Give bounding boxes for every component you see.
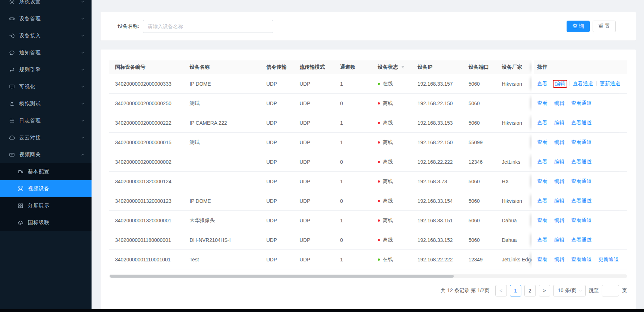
pagination-page-1[interactable]: 1 — [510, 285, 521, 296]
column-label: 国标设备编号 — [115, 64, 145, 70]
sidebar-item-log-management[interactable]: 日志管理 — [0, 112, 92, 129]
sidebar-item-cloud-connect[interactable]: 云云对接 — [0, 129, 92, 146]
sidebar-item-basic-config[interactable]: 基本配置 — [0, 163, 92, 180]
pagination-next-button[interactable]: > — [539, 285, 550, 296]
cell-device-vendor: HX — [496, 172, 531, 191]
action-view-channels[interactable]: 查看通道 — [571, 120, 592, 126]
sidebar-item-device-access[interactable]: 设备接入 — [0, 27, 92, 44]
action-view-channels[interactable]: 查看通道 — [571, 256, 592, 263]
action-view-channels[interactable]: 查看通道 — [571, 100, 592, 107]
cell-device-name: 大华摄像头 — [184, 211, 260, 230]
action-edit[interactable]: 编辑 — [554, 100, 564, 107]
cell-operations: 查看编辑查看通道 — [531, 172, 627, 191]
cell-device-ip: 192.168.22.222 — [412, 152, 463, 171]
action-separator — [551, 140, 551, 145]
status-dot-offline — [378, 219, 380, 222]
action-update-channels[interactable]: 更新通道 — [600, 81, 620, 87]
sidebar-item-label: 规则引擎 — [19, 67, 81, 73]
status-text: 在线 — [383, 256, 393, 263]
action-view-channels[interactable]: 查看通道 — [571, 178, 592, 185]
action-view-channels[interactable]: 查看通道 — [571, 139, 592, 146]
status-dot-offline — [378, 200, 380, 202]
status-dot-offline — [378, 180, 380, 183]
action-edit[interactable]: 编辑 — [554, 159, 564, 165]
cell-device-status: 离线 — [372, 211, 412, 230]
query-button[interactable]: 查 询 — [567, 21, 590, 32]
sidebar-item-gb-cascade[interactable]: 国标级联 — [0, 214, 92, 231]
action-view-channels[interactable]: 查看通道 — [571, 198, 592, 204]
status-dot-offline — [378, 141, 380, 144]
status-dot-offline — [378, 102, 380, 104]
action-view[interactable]: 查看 — [537, 81, 547, 87]
action-view[interactable]: 查看 — [537, 159, 547, 165]
cell-device-name: DH-NVR2104HS-I — [184, 230, 260, 249]
chevron-down-icon — [81, 34, 85, 38]
sidebar-item-rule-engine[interactable]: 规则引擎 — [0, 61, 92, 78]
action-view-channels[interactable]: 查看通道 — [571, 237, 592, 243]
sidebar-item-video-gateway[interactable]: 视频网关 — [0, 146, 92, 163]
action-view[interactable]: 查看 — [537, 237, 547, 243]
main-content: 设备名称: 查 询 重 置 国标设备编号设备名称信令传输流传输模式通道数设备状态… — [92, 0, 644, 309]
action-view[interactable]: 查看 — [537, 178, 547, 185]
action-view[interactable]: 查看 — [537, 256, 547, 263]
cell-operations: 查看编辑查看通道 — [531, 191, 627, 210]
action-view[interactable]: 查看 — [537, 120, 547, 126]
action-view-channels[interactable]: 查看通道 — [571, 217, 592, 224]
action-view[interactable]: 查看 — [537, 100, 547, 107]
table-row: 34020000002000000222IP CAMERA 222UDPUDP1… — [109, 113, 627, 133]
table-row: 34020000001320000124UDPUDP1离线192.168.3.7… — [109, 172, 627, 191]
reset-button[interactable]: 重 置 — [593, 21, 616, 32]
sidebar-item-device-management[interactable]: 设备管理 — [0, 10, 92, 27]
action-edit[interactable]: 编辑 — [554, 198, 564, 204]
action-edit[interactable]: 编辑 — [554, 178, 564, 185]
sidebar-item-visualization[interactable]: 可视化 — [0, 78, 92, 95]
cell-device-vendor: JetLinks — [496, 152, 531, 171]
device-name-input[interactable] — [143, 20, 273, 33]
filter-icon[interactable] — [401, 65, 405, 70]
cell-signal-transport: UDP — [260, 133, 294, 152]
action-view-channels[interactable]: 查看通道 — [573, 81, 593, 87]
cell-device-port: 5060 — [463, 113, 496, 132]
action-edit[interactable]: 编辑 — [555, 81, 565, 86]
sidebar-item-system-settings[interactable]: 系统设置 — [0, 0, 92, 10]
sidebar-item-video-devices[interactable]: 视频设备 — [0, 180, 92, 197]
action-view[interactable]: 查看 — [537, 198, 547, 204]
horizontal-scrollbar-thumb[interactable] — [110, 275, 454, 278]
cell-device-vendor: Hikvision — [496, 113, 531, 132]
column-label: 设备状态 — [378, 64, 398, 70]
action-view[interactable]: 查看 — [537, 217, 547, 224]
horizontal-scrollbar-track[interactable] — [109, 274, 627, 278]
action-separator — [551, 81, 551, 86]
action-edit[interactable]: 编辑 — [554, 139, 564, 146]
page-size-select[interactable]: 10 条/页 — [553, 285, 586, 296]
action-separator — [596, 81, 597, 86]
column-label: 设备名称 — [190, 64, 210, 70]
sidebar-item-simulation-test[interactable]: 模拟测试 — [0, 95, 92, 112]
action-separator — [568, 218, 568, 223]
cell-signal-transport: UDP — [260, 74, 294, 93]
table-body: 34020000002000000333IP DOMEUDPUDP1在线192.… — [109, 74, 627, 269]
jump-to-input[interactable] — [602, 285, 619, 296]
action-edit[interactable]: 编辑 — [554, 120, 564, 126]
table-row: 34020000002000000015测试UDPUDP1离线192.168.2… — [109, 133, 627, 152]
cell-device-name — [184, 152, 260, 171]
sidebar-item-split-screen[interactable]: 分屏展示 — [0, 197, 92, 214]
action-update-channels[interactable]: 更新通道 — [598, 256, 619, 263]
pagination-page-2[interactable]: 2 — [524, 285, 536, 296]
action-view-channels[interactable]: 查看通道 — [571, 159, 592, 165]
action-edit[interactable]: 编辑 — [554, 237, 564, 243]
cell-channel-count: 1 — [334, 211, 372, 230]
sidebar-item-label: 分屏展示 — [28, 202, 50, 209]
action-view[interactable]: 查看 — [537, 139, 547, 146]
pagination-prev-button[interactable]: < — [495, 285, 507, 296]
action-edit[interactable]: 编辑 — [554, 256, 564, 263]
action-edit[interactable]: 编辑 — [554, 217, 564, 224]
cell-device-status: 离线 — [372, 113, 412, 132]
cell-signal-transport: UDP — [260, 172, 294, 191]
column-label: 信令传输 — [266, 64, 287, 70]
status-text: 离线 — [383, 120, 393, 126]
sidebar-item-label: 设备管理 — [19, 16, 81, 22]
table-row: 34020000001320000001大华摄像头UDPUDP1离线192.16… — [109, 211, 627, 230]
sidebar-item-notification-management[interactable]: 通知管理 — [0, 44, 92, 61]
chevron-down-icon — [81, 136, 85, 140]
